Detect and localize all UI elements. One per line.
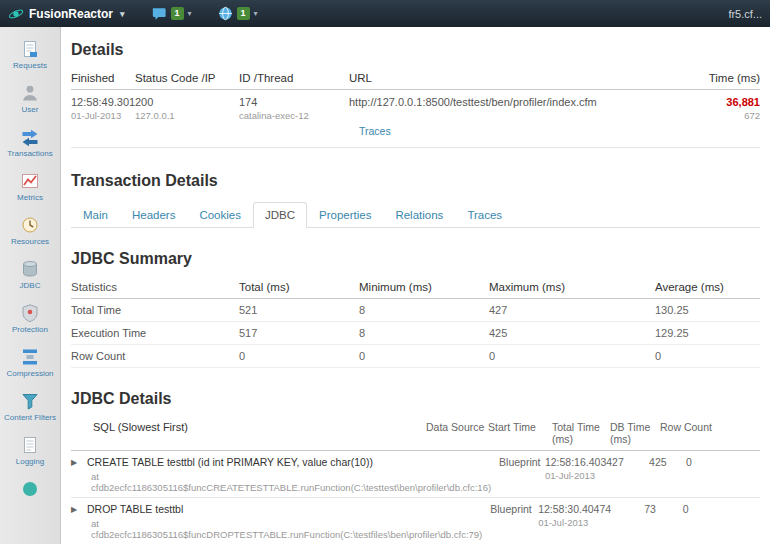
traces-link[interactable]: Traces xyxy=(359,125,391,137)
stat-max: 425 xyxy=(489,327,655,339)
brand-menu[interactable]: FusionReactor ▾ xyxy=(8,6,125,22)
col-finished: Finished xyxy=(71,72,135,84)
stat-avg: 130.25 xyxy=(655,304,760,316)
request-url: http://127.0.0.1:8500/testtest/ben/profi… xyxy=(349,96,680,108)
col-total: Total (ms) xyxy=(239,281,359,293)
sidebar-item-jdbc[interactable]: JDBC xyxy=(0,259,60,290)
total-time: 427 xyxy=(606,456,649,493)
sidebar-label: JDBC xyxy=(0,281,60,290)
sidebar-label: Compression xyxy=(0,369,60,378)
jdbc-database-icon xyxy=(20,259,40,279)
row-count: 0 xyxy=(686,456,760,493)
summary-row: Total Time 521 8 427 130.25 xyxy=(71,299,760,322)
col-time: Time (ms) xyxy=(680,72,760,84)
sidebar-label: Transactions xyxy=(0,149,60,158)
details-table-header: Finished Status Code /IP ID /Thread URL … xyxy=(71,69,760,90)
thread-name: catalina-exec-12 xyxy=(239,110,349,121)
comment-icon xyxy=(151,6,167,21)
main-content: Details Finished Status Code /IP ID /Thr… xyxy=(61,27,770,544)
tab-main[interactable]: Main xyxy=(71,202,120,228)
start-date: 01-Jul-2013 xyxy=(538,517,599,528)
sidebar-label: User xyxy=(0,105,60,114)
server-name[interactable]: fr5.cf... xyxy=(728,8,762,20)
secondary-time-value: 672 xyxy=(680,110,760,121)
request-id: 174 xyxy=(239,96,349,108)
tab-cookies[interactable]: Cookies xyxy=(187,202,253,228)
transaction-tabs: Main Headers Cookies JDBC Properties Rel… xyxy=(71,202,760,228)
sidebar-label: Metrics xyxy=(0,193,60,202)
notification-count-badge: 1 xyxy=(171,7,184,20)
start-date: 01-Jul-2013 xyxy=(545,470,606,481)
chevron-down-icon: ▾ xyxy=(188,9,192,18)
funnel-icon xyxy=(20,391,40,411)
ip-address: 127.0.0.1 xyxy=(135,110,239,121)
tab-headers[interactable]: Headers xyxy=(120,202,187,228)
jdbc-details-title: JDBC Details xyxy=(71,390,760,408)
tab-properties[interactable]: Properties xyxy=(307,202,383,228)
expand-icon[interactable]: ▶ xyxy=(71,503,87,540)
data-source: Blueprint xyxy=(499,456,545,493)
sidebar-item-content-filters[interactable]: Content Filters xyxy=(0,391,60,422)
finished-date: 01-Jul-2013 xyxy=(71,110,135,121)
col-status-ip: Status Code /IP xyxy=(135,72,239,84)
stat-avg: 0 xyxy=(655,350,760,362)
stat-label: Total Time xyxy=(71,304,239,316)
jdbc-row: ▶ CREATE TABLE testtbl (id int PRIMARY K… xyxy=(71,451,760,498)
total-time: 74 xyxy=(599,503,644,540)
start-time: 12:58:16.403 xyxy=(545,456,606,468)
db-time: 425 xyxy=(649,456,686,493)
sidebar-item-resources[interactable]: Resources xyxy=(0,215,60,246)
sidebar-label: Protection xyxy=(0,325,60,334)
finished-time: 12:58:49.301 xyxy=(71,96,135,108)
sidebar-label: Content Filters xyxy=(0,413,60,422)
metrics-icon xyxy=(20,171,40,191)
transactions-icon xyxy=(20,127,40,147)
topbar: FusionReactor ▾ 1 ▾ 1 ▾ fr5.cf... xyxy=(0,0,770,27)
stat-min: 8 xyxy=(359,304,489,316)
log-page-icon xyxy=(20,435,40,455)
globe-icon xyxy=(218,6,233,21)
details-title: Details xyxy=(71,41,760,59)
sidebar-item-requests[interactable]: Requests xyxy=(0,39,60,70)
data-source: Blueprint xyxy=(490,503,538,540)
compression-icon xyxy=(20,347,40,367)
tab-relations[interactable]: Relations xyxy=(383,202,455,228)
updates-menu[interactable]: 1 ▾ xyxy=(218,6,258,21)
stat-total: 0 xyxy=(239,350,359,362)
col-total-time: Total Time (ms) xyxy=(552,421,610,445)
stat-min: 8 xyxy=(359,327,489,339)
resources-icon xyxy=(20,215,40,235)
sql-text: CREATE TABLE testtbl (id int PRIMARY KEY… xyxy=(87,456,491,468)
jdbc-row: ▶ DROP TABLE testtbl at cfdb2ecfc1186305… xyxy=(71,498,760,544)
col-average: Average (ms) xyxy=(655,281,760,293)
col-minimum: Minimum (ms) xyxy=(359,281,489,293)
sidebar-item-protection[interactable]: Protection xyxy=(0,303,60,334)
summary-table-header: Statistics Total (ms) Minimum (ms) Maxim… xyxy=(71,278,760,299)
traces-link-row: Traces xyxy=(71,125,760,137)
sidebar-item-partial[interactable] xyxy=(0,479,60,499)
sidebar-label: Resources xyxy=(0,237,60,246)
partial-icon xyxy=(20,479,40,499)
col-url: URL xyxy=(349,72,680,84)
summary-row: Execution Time 517 8 425 129.25 xyxy=(71,322,760,345)
sidebar-item-transactions[interactable]: Transactions xyxy=(0,127,60,158)
col-data-source: Data Source xyxy=(426,421,488,433)
sidebar-item-logging[interactable]: Logging xyxy=(0,435,60,466)
sidebar-item-user[interactable]: User xyxy=(0,83,60,114)
stat-label: Row Count xyxy=(71,350,239,362)
requests-icon xyxy=(20,39,40,59)
section-divider xyxy=(71,147,760,148)
chevron-down-icon: ▾ xyxy=(120,9,125,19)
expand-icon[interactable]: ▶ xyxy=(71,456,87,493)
col-sql: SQL (Slowest First) xyxy=(71,421,426,433)
stat-avg: 129.25 xyxy=(655,327,760,339)
tab-traces[interactable]: Traces xyxy=(455,202,514,228)
sidebar-item-compression[interactable]: Compression xyxy=(0,347,60,378)
tab-jdbc[interactable]: JDBC xyxy=(253,202,307,228)
fusionreactor-logo-icon xyxy=(8,6,24,22)
sidebar-item-metrics[interactable]: Metrics xyxy=(0,171,60,202)
notifications-menu[interactable]: 1 ▾ xyxy=(151,6,192,21)
stat-max: 0 xyxy=(489,350,655,362)
stat-total: 521 xyxy=(239,304,359,316)
shield-icon xyxy=(20,303,40,323)
